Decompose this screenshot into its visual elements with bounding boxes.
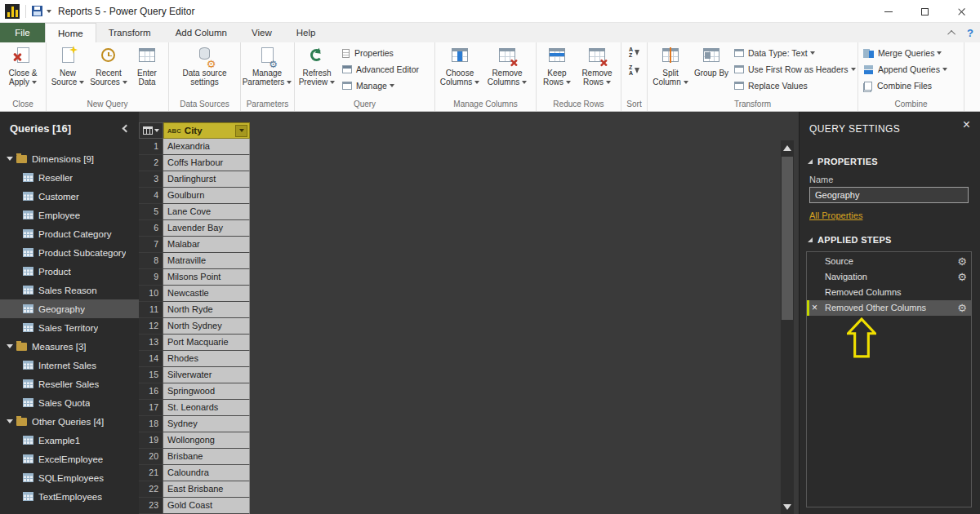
query-item[interactable]: Dimensions [9] [0,149,139,168]
delete-step-icon[interactable]: × [812,300,817,316]
tab-home[interactable]: Home [45,23,96,42]
properties-button[interactable]: Properties [338,45,423,61]
group-by-button[interactable]: Group By [693,43,730,95]
merge-queries-button[interactable]: Merge Queries [859,45,951,61]
query-item[interactable]: Sales Quota [0,393,139,412]
city-cell[interactable]: Silverwater [163,367,250,383]
properties-section-header[interactable]: PROPERTIES [808,157,878,166]
refresh-preview-button[interactable]: Refresh Preview [296,43,338,95]
remove-columns-button[interactable]: Remove Columns [483,43,531,95]
close-apply-button[interactable]: Close & Apply [1,43,45,95]
tab-add-column[interactable]: Add Column [163,23,239,42]
split-column-button[interactable]: Split Column [648,43,693,95]
column-type-text-icon[interactable]: ABC [167,127,181,135]
folder-expand-icon[interactable] [7,344,13,348]
city-cell[interactable]: Milsons Point [163,269,250,286]
tab-help[interactable]: Help [284,23,328,42]
step-settings-gear-icon[interactable]: ⚙ [957,300,967,316]
use-first-row-as-headers-button[interactable]: Use First Row as Headers [730,61,860,78]
recent-sources-button[interactable]: Recent Sources [88,43,129,95]
manage-button[interactable]: Manage [338,78,423,94]
table-menu-dropdown-icon[interactable] [154,129,159,132]
city-cell[interactable]: Malabar [163,237,250,253]
query-item[interactable]: Internet Sales [0,356,139,374]
choose-columns-button[interactable]: Choose Columns [436,43,483,95]
city-cell[interactable]: Newcastle [163,286,250,302]
city-cell[interactable]: Sydney [163,416,250,432]
query-item[interactable]: Example1 [0,431,139,450]
applied-steps-section-header[interactable]: APPLIED STEPS [808,235,892,245]
sort-ascending-button[interactable]: AZ [626,45,643,60]
data-source-settings-button[interactable]: ⚙ Data source settings [172,43,238,95]
city-cell[interactable]: Lane Cove [163,204,250,220]
city-cell[interactable]: Matraville [163,253,250,269]
scroll-down-button[interactable] [781,499,794,514]
replace-values-button[interactable]: Replace Values [730,78,860,94]
city-cell[interactable]: Coffs Harbour [163,155,250,171]
city-cell[interactable]: Gold Coast [163,498,250,514]
help-icon[interactable]: ? [967,27,973,39]
query-item[interactable]: Sales Reason [0,281,139,299]
collapse-ribbon-icon[interactable] [947,29,956,38]
folder-expand-icon[interactable] [7,157,13,161]
applied-step[interactable]: × Removed Other Columns ⚙ [807,300,971,316]
query-item[interactable]: Measures [3] [0,337,139,356]
scrollbar-thumb[interactable] [782,157,793,320]
keep-rows-button[interactable]: Keep Rows [537,43,577,95]
city-cell[interactable]: North Sydney [163,318,250,335]
applied-step[interactable]: × Source ⚙ [807,254,971,269]
city-cell[interactable]: Port Macquarie [163,335,250,351]
city-cell[interactable]: Goulburn [163,188,250,204]
city-cell[interactable]: Springwood [163,383,250,400]
query-item[interactable]: Product [0,262,139,281]
new-source-button[interactable]: New Source [47,43,88,95]
tab-file[interactable]: File [0,23,45,42]
collapse-pane-icon[interactable] [122,124,131,132]
query-item[interactable]: Geography [0,299,139,318]
enter-data-button[interactable]: Enter Data [129,43,165,95]
close-panel-icon[interactable]: × [963,118,970,131]
applied-step[interactable]: × Navigation ⚙ [807,269,971,285]
tab-view[interactable]: View [239,23,284,42]
query-item[interactable]: Sales Territory [0,318,139,337]
query-item[interactable]: Product Category [0,224,139,243]
close-window-button[interactable] [943,0,980,23]
query-item[interactable]: ExcelEmployee [0,450,139,468]
folder-expand-icon[interactable] [7,419,13,423]
combine-files-button[interactable]: Combine Files [859,78,951,94]
query-item[interactable]: Reseller Sales [0,374,139,393]
query-item[interactable]: SQLEmployees [0,468,139,487]
city-cell[interactable]: Wollongong [163,432,250,449]
query-item[interactable]: Product Subcategory [0,243,139,262]
table-menu-corner[interactable] [139,122,163,139]
city-cell[interactable]: Brisbane [163,449,250,465]
scroll-up-button[interactable] [781,140,794,155]
advanced-editor-button[interactable]: Advanced Editor [338,61,423,78]
applied-step[interactable]: × Removed Columns ⚙ [807,285,971,300]
append-queries-button[interactable]: Append Queries [859,61,951,78]
city-cell[interactable]: East Brisbane [163,481,250,498]
maximize-button[interactable] [906,0,943,23]
city-cell[interactable]: Caloundra [163,465,250,481]
step-settings-gear-icon[interactable]: ⚙ [957,269,967,285]
quick-access-dropdown-icon[interactable] [47,10,51,13]
query-item[interactable]: TextEmployees [0,487,139,506]
sort-descending-button[interactable]: ZA [626,63,643,78]
city-cell[interactable]: Alexandria [163,139,250,155]
save-icon[interactable] [32,6,42,16]
filter-dropdown-button[interactable] [235,125,247,137]
tab-transform[interactable]: Transform [96,23,163,42]
data-type-button[interactable]: Data Type: Text [730,45,860,61]
city-cell[interactable]: Lavender Bay [163,220,250,237]
minimize-button[interactable] [870,0,906,23]
query-item[interactable]: Employee [0,206,139,224]
column-header-city[interactable]: ABC City [163,122,250,139]
query-item[interactable]: Customer [0,187,139,206]
query-name-input[interactable] [809,187,969,203]
remove-rows-button[interactable]: Remove Rows [577,43,617,95]
city-cell[interactable]: North Ryde [163,302,250,318]
step-settings-gear-icon[interactable]: ⚙ [957,254,967,269]
manage-parameters-button[interactable]: ⚙ Manage Parameters [242,43,292,95]
city-cell[interactable]: St. Leonards [163,400,250,416]
query-item[interactable]: Other Queries [4] [0,412,139,431]
